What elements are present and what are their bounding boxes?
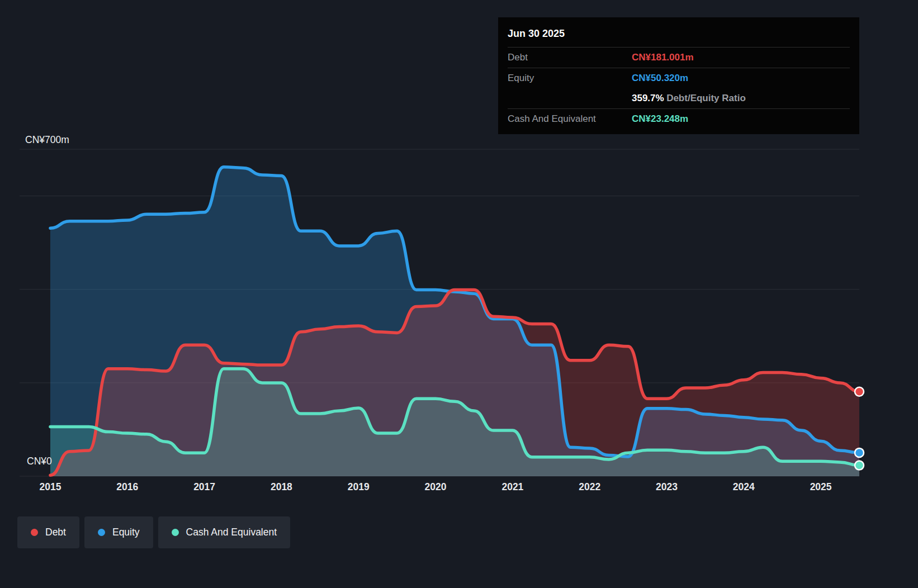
legend-item-debt[interactable]: Debt [17,516,79,548]
legend-item-label: Debt [45,527,66,538]
x-axis-label: 2021 [501,481,523,493]
tooltip-equity-label: Equity [508,73,632,84]
chart-legend: Debt Equity Cash And Equivalent [17,516,290,548]
x-axis: 2015201620172018201920202021202220232024… [0,481,918,498]
x-axis-label: 2022 [579,481,600,493]
debt-equity-history-chart: Jun 30 2025 Debt CN¥181.001m Equity CN¥5… [0,0,918,588]
tooltip-cash-row: Cash And Equivalent CN¥23.248m [508,108,850,129]
equity-endpoint-marker [855,448,864,457]
tooltip-debt-label: Debt [508,52,632,63]
x-axis-label: 2015 [40,481,61,493]
x-axis-label: 2018 [271,481,292,493]
x-axis-label: 2016 [116,481,138,493]
tooltip-debt-row: Debt CN¥181.001m [508,47,850,68]
tooltip-ratio-row: 359.7% Debt/Equity Ratio [508,88,850,108]
y-axis-max-label: CN¥700m [25,134,69,146]
equity-legend-dot-icon [98,529,105,536]
legend-item-cash[interactable]: Cash And Equivalent [158,516,290,548]
x-axis-label: 2023 [656,481,678,493]
debt-legend-dot-icon [31,529,38,536]
tooltip-equity-value: CN¥50.320m [632,73,688,84]
legend-item-label: Equity [112,527,140,538]
legend-item-label: Cash And Equivalent [186,527,277,538]
tooltip-cash-label: Cash And Equivalent [508,113,632,125]
tooltip-date: Jun 30 2025 [508,23,850,47]
tooltip-equity-row: Equity CN¥50.320m [508,68,850,88]
x-axis-label: 2019 [348,481,370,493]
x-axis-label: 2025 [810,481,832,493]
legend-item-equity[interactable]: Equity [84,516,153,548]
cash-legend-dot-icon [172,529,179,536]
tooltip-ratio-label: Debt/Equity Ratio [666,93,746,103]
debt-endpoint-marker [855,387,864,396]
x-axis-label: 2020 [425,481,447,493]
tooltip-ratio-value: 359.7% Debt/Equity Ratio [632,93,746,104]
chart-tooltip: Jun 30 2025 Debt CN¥181.001m Equity CN¥5… [498,17,859,134]
cash-and-equivalent-endpoint-marker [855,461,864,470]
tooltip-cash-value: CN¥23.248m [632,113,688,125]
tooltip-ratio-percent: 359.7% [632,93,664,103]
tooltip-debt-value: CN¥181.001m [632,52,694,63]
x-axis-label: 2024 [733,481,755,493]
x-axis-label: 2017 [193,481,215,493]
y-axis-zero-label: CN¥0 [27,456,52,467]
